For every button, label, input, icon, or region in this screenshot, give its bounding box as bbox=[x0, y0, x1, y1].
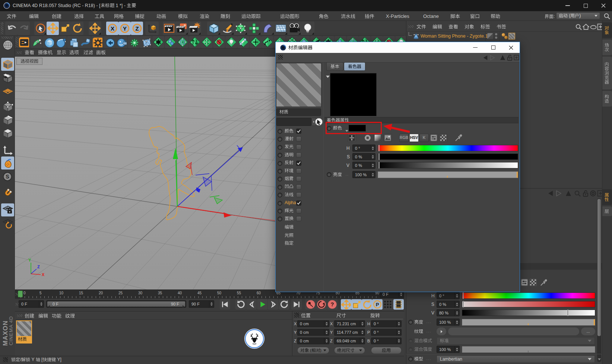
magnet-button[interactable] bbox=[1, 187, 14, 200]
previous-key-button[interactable] bbox=[246, 299, 257, 310]
right-tab-1[interactable] bbox=[602, 39, 612, 55]
redo-button[interactable] bbox=[18, 22, 30, 35]
xpresso-button[interactable] bbox=[18, 36, 30, 48]
om-phong-tag[interactable] bbox=[501, 33, 508, 39]
coords-size-1[interactable]: 114.777 cm bbox=[334, 329, 365, 336]
menubar-item-16[interactable]: X-Particles bbox=[386, 13, 409, 19]
coords-rotation-0[interactable]: 0 ° bbox=[371, 320, 402, 327]
channel-radio[interactable] bbox=[278, 129, 282, 134]
spinner-icon[interactable] bbox=[396, 321, 401, 327]
dialog-close-button[interactable] bbox=[502, 42, 520, 53]
dlg-hue-bar-marker[interactable] bbox=[378, 145, 380, 151]
interface-dropdown[interactable]: () bbox=[556, 12, 600, 19]
am-s-value[interactable]: 0 % bbox=[437, 301, 460, 308]
texture-view-button[interactable] bbox=[1, 39, 14, 52]
floor-environment-button[interactable] bbox=[274, 22, 288, 35]
channel-label-11[interactable] bbox=[285, 216, 294, 221]
coords-position-1[interactable]: 0 cm bbox=[297, 329, 329, 336]
channel-radio[interactable] bbox=[278, 216, 282, 221]
range-left-arrow[interactable] bbox=[48, 303, 50, 310]
gear-green-button[interactable] bbox=[128, 36, 140, 48]
add-cube-button[interactable] bbox=[207, 22, 221, 35]
mixer-mode-button[interactable] bbox=[429, 134, 438, 142]
channel-radio[interactable] bbox=[278, 201, 282, 206]
am-texture-field[interactable] bbox=[448, 327, 579, 335]
effector-button-2[interactable] bbox=[177, 36, 188, 48]
spinner-icon[interactable] bbox=[360, 329, 365, 335]
spinner-icon[interactable] bbox=[370, 153, 375, 160]
spinner-icon[interactable] bbox=[454, 310, 459, 316]
preview-size-button[interactable] bbox=[348, 134, 356, 142]
workplane-mode-button[interactable] bbox=[1, 85, 14, 98]
points-mode-button[interactable] bbox=[1, 100, 14, 113]
dlg-v-value[interactable]: 0 % bbox=[352, 162, 375, 169]
am-brightness-marker[interactable] bbox=[594, 319, 595, 325]
mograph-cloner-button[interactable] bbox=[247, 22, 261, 35]
menubar-search-button[interactable] bbox=[603, 13, 610, 19]
viewport-menu-item-1[interactable] bbox=[38, 50, 53, 56]
menubar-item-9[interactable] bbox=[200, 13, 209, 19]
spinner-icon[interactable] bbox=[370, 171, 375, 178]
color-wheel-button[interactable] bbox=[364, 134, 372, 142]
range-right-arrow[interactable] bbox=[183, 303, 184, 310]
spinner-icon[interactable] bbox=[396, 329, 401, 335]
am-sat-bar[interactable] bbox=[462, 301, 595, 307]
keyframe-help-button[interactable]: ? bbox=[327, 299, 337, 310]
key-pla-button[interactable] bbox=[383, 299, 393, 310]
channel-label-2[interactable] bbox=[285, 144, 294, 150]
channel-radio[interactable] bbox=[278, 177, 282, 181]
am-h-value[interactable]: 0 ° bbox=[437, 292, 460, 299]
menubar-item-14[interactable] bbox=[341, 13, 355, 19]
shader-preview[interactable] bbox=[330, 73, 377, 116]
workplane-rotate-button[interactable] bbox=[1, 216, 14, 230]
axis-mode-button[interactable] bbox=[1, 144, 14, 157]
menubar-item-1[interactable] bbox=[29, 13, 39, 19]
play-button[interactable] bbox=[257, 299, 267, 310]
maximize-button[interactable] bbox=[577, 0, 594, 11]
axis-lock-y-button[interactable]: Y bbox=[118, 22, 131, 35]
am-back-button[interactable] bbox=[548, 190, 554, 197]
om-menu-item-4[interactable] bbox=[481, 24, 490, 30]
hsv-mode-button[interactable]: HSV bbox=[409, 134, 419, 142]
channel-button-1[interactable] bbox=[285, 232, 294, 238]
menubar-item-13[interactable] bbox=[319, 13, 329, 19]
status-grip[interactable] bbox=[3, 357, 8, 362]
menubar-item-0[interactable] bbox=[7, 13, 16, 19]
channel-checkbox[interactable] bbox=[296, 168, 301, 174]
om-menu-item-5[interactable] bbox=[497, 24, 506, 30]
dlg-brightness-marker[interactable] bbox=[517, 172, 518, 178]
am-model-dropdown[interactable]: Lambertian bbox=[437, 355, 595, 363]
am-val-bar-marker[interactable] bbox=[567, 310, 568, 316]
coords-rotation-1[interactable]: 0 ° bbox=[371, 329, 402, 336]
dialog-add-button[interactable] bbox=[514, 55, 520, 61]
viewport-menu-item-2[interactable] bbox=[57, 50, 66, 56]
am-blend-mode-dropdown[interactable] bbox=[437, 337, 595, 345]
axis-lock-x-button[interactable]: X bbox=[106, 22, 118, 35]
coord-system-button[interactable] bbox=[145, 22, 159, 35]
spinner-icon[interactable] bbox=[209, 301, 214, 307]
dlg-h-value[interactable]: 0 ° bbox=[352, 145, 375, 152]
channel-radio[interactable] bbox=[278, 185, 282, 190]
material-preview[interactable] bbox=[276, 63, 321, 107]
texture-mode-button[interactable] bbox=[1, 72, 14, 85]
right-tab-3[interactable] bbox=[602, 91, 612, 107]
channel-checkbox-checked[interactable] bbox=[296, 200, 301, 206]
key-rotation-button[interactable] bbox=[362, 299, 372, 310]
coords-rotation-2[interactable]: 0 ° bbox=[371, 338, 402, 344]
channel-label-6[interactable] bbox=[285, 176, 294, 181]
channel-button-2[interactable] bbox=[285, 241, 294, 246]
viewport-menu-item-5[interactable] bbox=[96, 50, 106, 56]
spectrum-mode-button[interactable] bbox=[374, 134, 382, 142]
channel-label-3[interactable] bbox=[285, 152, 294, 158]
key-parameter-button[interactable]: P bbox=[372, 299, 383, 310]
am-val-bar[interactable] bbox=[462, 310, 595, 316]
am-forward-button[interactable] bbox=[556, 190, 562, 197]
menubar-item-18[interactable] bbox=[450, 13, 460, 19]
om-grip[interactable] bbox=[408, 25, 413, 28]
play-loop-button[interactable] bbox=[279, 299, 289, 310]
edges-mode-button[interactable] bbox=[1, 114, 14, 127]
coords-apply-button[interactable] bbox=[371, 347, 402, 354]
axis-lock-z-button[interactable]: Z bbox=[131, 22, 143, 35]
channel-radio[interactable] bbox=[278, 161, 282, 166]
spinner-icon[interactable] bbox=[454, 346, 459, 352]
